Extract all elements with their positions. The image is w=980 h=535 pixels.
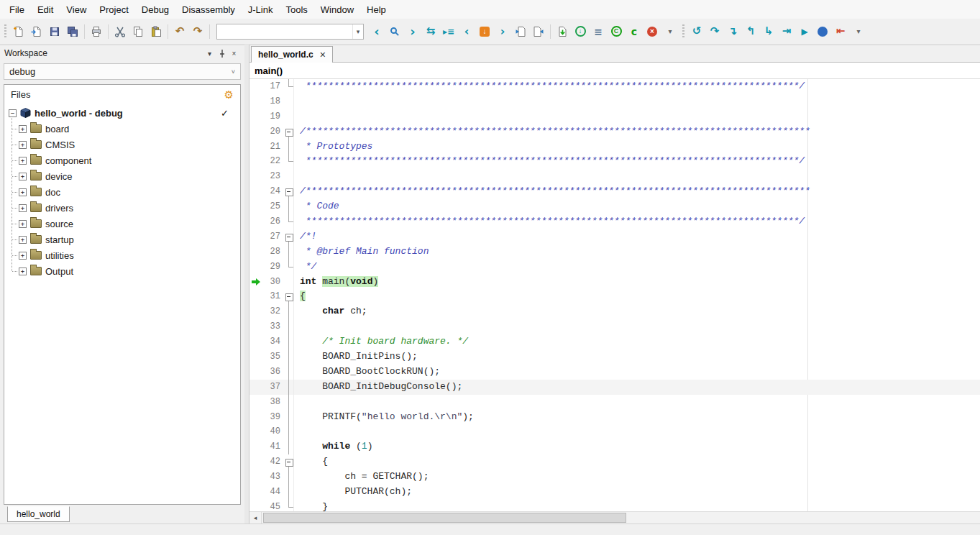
code-line-40[interactable]: 40: [249, 424, 980, 439]
step-into-icon[interactable]: ↴: [724, 23, 741, 40]
find-input[interactable]: [217, 27, 352, 37]
find-previous-icon[interactable]: ‹: [368, 23, 385, 40]
tree-item-startup[interactable]: +startup: [9, 232, 240, 247]
config-combobox[interactable]: debug ˅: [4, 63, 241, 80]
editor-tab-hello-world-c[interactable]: hello_world.c ×: [251, 46, 333, 63]
code-line-23[interactable]: 23: [249, 169, 980, 184]
close-icon[interactable]: ×: [228, 47, 240, 60]
tree-item-component[interactable]: +component: [9, 152, 240, 168]
expand-icon[interactable]: +: [19, 252, 27, 260]
copy-icon[interactable]: [129, 23, 147, 40]
pin-icon[interactable]: [216, 47, 228, 60]
code-line-25[interactable]: 25 * Code: [249, 199, 980, 214]
stop-debugging-icon[interactable]: ⇤: [832, 23, 849, 40]
stop-build-icon[interactable]: ×: [644, 23, 661, 40]
menu-window[interactable]: Window: [314, 1, 360, 18]
paste-icon[interactable]: [147, 23, 165, 40]
fold-toggle-icon[interactable]: [284, 454, 294, 470]
expand-icon[interactable]: +: [19, 173, 27, 180]
code-line-33[interactable]: 33: [249, 319, 980, 334]
menu-help[interactable]: Help: [360, 1, 393, 18]
tab-close-icon[interactable]: ×: [320, 50, 326, 60]
expand-icon[interactable]: +: [19, 220, 27, 228]
code-line-35[interactable]: 35 BOARD_InitPins();: [249, 349, 980, 365]
fold-toggle-icon[interactable]: [284, 184, 294, 199]
menu-edit[interactable]: Edit: [31, 1, 60, 18]
code-area[interactable]: 17 *************************************…: [249, 79, 980, 511]
tree-item-output[interactable]: +Output: [9, 263, 240, 279]
menu-file[interactable]: File: [3, 1, 31, 18]
menu-debug[interactable]: Debug: [135, 1, 175, 18]
expand-icon[interactable]: +: [19, 125, 27, 133]
tree-item-drivers[interactable]: +drivers: [9, 200, 240, 216]
step-out-icon[interactable]: ↰: [742, 23, 759, 40]
previous-error-icon[interactable]: [512, 23, 529, 40]
menu-tools[interactable]: Tools: [279, 1, 313, 18]
menu-view[interactable]: View: [60, 1, 93, 18]
reset-icon[interactable]: ↺: [688, 23, 705, 40]
main-toolbar-options-icon[interactable]: ▾: [661, 23, 679, 40]
tree-item-board[interactable]: +board: [9, 121, 240, 137]
save-all-icon[interactable]: [64, 23, 81, 40]
code-line-19[interactable]: 19: [249, 109, 980, 124]
expand-icon[interactable]: +: [19, 236, 27, 244]
save-icon[interactable]: [46, 23, 63, 40]
tree-item-project-root[interactable]: − hello_world - debug ✓: [9, 105, 240, 121]
code-line-24[interactable]: 24/*************************************…: [249, 184, 980, 199]
scroll-left-icon[interactable]: ◂: [249, 512, 262, 523]
code-line-30[interactable]: 30int main(void): [249, 275, 980, 290]
tree-item-doc[interactable]: +doc: [9, 184, 240, 200]
expand-icon[interactable]: +: [19, 204, 27, 212]
previous-bookmark-icon[interactable]: ‹: [458, 23, 475, 40]
compile-icon[interactable]: c: [626, 23, 643, 40]
next-statement-icon[interactable]: ↳: [760, 23, 777, 40]
code-line-29[interactable]: 29 */: [249, 260, 980, 275]
fold-toggle-icon[interactable]: [284, 229, 294, 244]
code-line-37[interactable]: 37 BOARD_InitDebugConsole();: [249, 380, 980, 395]
menu-jlink[interactable]: J-Link: [242, 1, 280, 18]
code-line-44[interactable]: 44 PUTCHAR(ch);: [249, 485, 980, 500]
step-over-icon[interactable]: ↷: [706, 23, 723, 40]
expand-icon[interactable]: +: [19, 268, 27, 275]
tree-item-device[interactable]: +device: [9, 168, 240, 184]
code-line-18[interactable]: 18: [249, 94, 980, 109]
navigate-swap-icon[interactable]: ⇆: [422, 23, 439, 40]
open-document-icon[interactable]: [28, 23, 45, 40]
code-line-20[interactable]: 20/*************************************…: [249, 124, 980, 140]
download-and-debug-icon[interactable]: [554, 23, 571, 40]
expand-icon[interactable]: +: [19, 188, 27, 196]
break-icon[interactable]: [814, 23, 831, 40]
new-document-icon[interactable]: [10, 23, 27, 40]
code-line-41[interactable]: 41 while (1): [249, 439, 980, 454]
code-line-26[interactable]: 26 *************************************…: [249, 214, 980, 229]
code-line-45[interactable]: 45 }: [249, 500, 980, 511]
find-next-icon[interactable]: ›: [404, 23, 421, 40]
run-to-cursor-icon[interactable]: ⇥: [778, 23, 795, 40]
toggle-breakpoint-icon[interactable]: ↓: [476, 23, 493, 40]
code-line-31[interactable]: 31{: [249, 289, 980, 304]
code-line-38[interactable]: 38: [249, 395, 980, 410]
code-line-39[interactable]: 39 PRINTF("hello world.\r\n");: [249, 410, 980, 425]
collapse-icon[interactable]: −: [9, 109, 17, 117]
expand-icon[interactable]: +: [19, 157, 27, 165]
tree-item-utilities[interactable]: +utilities: [9, 247, 240, 263]
code-line-43[interactable]: 43 ch = GETCHAR();: [249, 470, 980, 485]
scrollbar-thumb[interactable]: [263, 513, 626, 523]
menu-disassembly[interactable]: Disassembly: [175, 1, 242, 18]
code-line-17[interactable]: 17 *************************************…: [249, 79, 980, 94]
code-line-21[interactable]: 21 * Prototypes: [249, 140, 980, 155]
build-icon[interactable]: C: [608, 23, 625, 40]
redo-icon[interactable]: ↷: [189, 23, 206, 40]
fold-toggle-icon[interactable]: [284, 124, 294, 140]
code-line-34[interactable]: 34 /* Init board hardware. */: [249, 334, 980, 349]
debug-log-icon[interactable]: ≡: [590, 23, 607, 40]
find-combo-arrow-icon[interactable]: ▾: [352, 24, 363, 39]
code-line-22[interactable]: 22 *************************************…: [249, 154, 980, 169]
cut-icon[interactable]: [111, 23, 129, 40]
code-line-36[interactable]: 36 BOARD_BootClockRUN();: [249, 365, 980, 380]
gear-icon[interactable]: ⚙: [224, 89, 234, 100]
code-line-42[interactable]: 42 {: [249, 454, 980, 470]
workspace-menu-icon[interactable]: ▾: [203, 47, 216, 60]
undo-icon[interactable]: ↶: [171, 23, 188, 40]
print-icon[interactable]: [88, 23, 105, 40]
